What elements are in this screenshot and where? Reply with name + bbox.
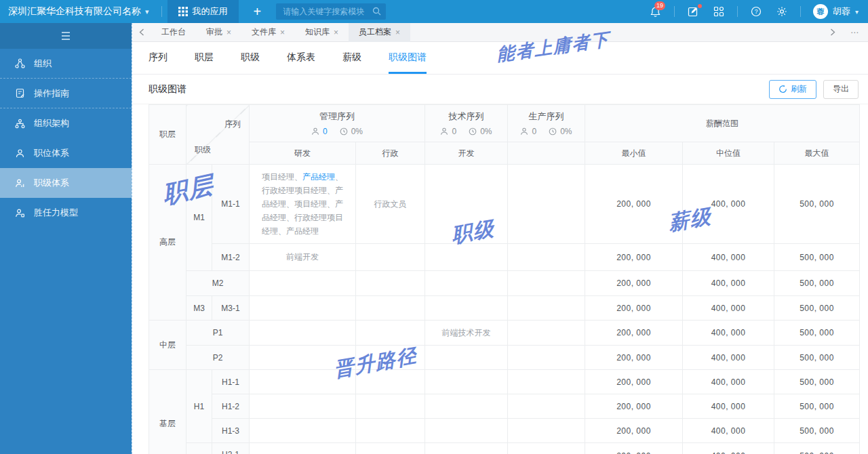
tab-workbench[interactable]: 工作台	[151, 23, 196, 42]
person-badge-icon	[15, 148, 25, 159]
empty-cell	[356, 394, 425, 419]
salary-mid-cell: 400, 000	[683, 244, 774, 271]
subtab-level-map[interactable]: 职级图谱	[389, 41, 427, 74]
header-series-level-corner: 序列 职级	[186, 105, 250, 165]
series-count: 0	[323, 127, 328, 136]
salary-max-cell: 500, 000	[774, 165, 860, 244]
tab-employee-files[interactable]: 员工档案×	[349, 23, 410, 42]
salary-min-cell: 200, 000	[585, 394, 683, 419]
header-series-management: 管理序列 0 0%	[250, 105, 425, 142]
sidebar-item-position-system[interactable]: 职位体系	[0, 138, 132, 168]
subheader-production-empty	[508, 142, 585, 165]
empty-cell	[508, 346, 585, 370]
user-menu[interactable]: 蓉 胡蓉 ▾	[806, 4, 861, 19]
tabs-more-button[interactable]: ⋯	[842, 28, 868, 37]
apps-grid-icon	[178, 7, 188, 16]
table-row: H1-3 200, 000 400, 000 500, 000	[149, 419, 860, 443]
position-link[interactable]: 产品经理	[302, 172, 335, 182]
hamburger-icon	[60, 31, 72, 41]
salary-max-cell: 500, 000	[774, 244, 860, 271]
salary-min-cell: 200, 000	[585, 346, 683, 370]
empty-cell	[356, 346, 425, 370]
close-icon[interactable]: ×	[334, 28, 338, 37]
layer-cell-middle: 中层	[149, 321, 186, 370]
salary-max-cell: 500, 000	[774, 296, 860, 321]
tab-strip: 工作台 审批× 文件库× 知识库× 员工档案× ⋯	[132, 23, 868, 42]
subtab-salary-grade[interactable]: 薪级	[342, 41, 361, 74]
salary-min-cell: 200, 000	[585, 244, 683, 271]
level-group-m3: M3	[186, 296, 212, 321]
sidebar-item-org-structure[interactable]: 组织架构	[0, 108, 132, 138]
guide-doc-icon	[15, 88, 25, 98]
help-button[interactable]: ?	[743, 0, 769, 23]
sidebar-item-level-system[interactable]: 职级体系	[0, 168, 132, 198]
salary-min-cell: 200, 000	[585, 271, 683, 296]
tab-files[interactable]: 文件库×	[241, 23, 295, 42]
close-icon[interactable]: ×	[280, 28, 285, 37]
table-row: M3 M3-1 200, 000 400, 000 500, 000	[149, 296, 860, 321]
subtab-layer[interactable]: 职层	[195, 41, 214, 74]
my-apps-label: 我的应用	[193, 5, 228, 18]
series-name: 技术序列	[425, 110, 507, 123]
top-navbar: 深圳汇聚华企科技有限公司名称 ▾ 我的应用 + 19 ? 蓉	[0, 0, 868, 23]
empty-cell	[250, 271, 356, 296]
empty-cell	[508, 271, 585, 296]
sidebar-item-organization[interactable]: 组织	[0, 49, 132, 79]
level-cell-m1-1: M1-1	[212, 165, 250, 244]
level-map-table: 职层 序列 职级 管理序列 0 0%	[149, 104, 860, 454]
workspace-button[interactable]	[706, 0, 732, 23]
table-row: H2 H2-1 200, 000 400, 000 500, 000	[149, 443, 860, 454]
clock-icon	[469, 127, 477, 136]
empty-cell	[356, 244, 425, 271]
subtab-strip: 序列 职层 职级 体系表 薪级 职级图谱	[132, 42, 868, 75]
caret-down-icon: ▾	[145, 7, 149, 16]
export-button[interactable]: 导出	[823, 80, 859, 99]
my-apps-button[interactable]: 我的应用	[167, 0, 239, 23]
layer-cell-senior: 高层	[149, 165, 186, 321]
tab-label: 工作台	[161, 26, 186, 38]
subheader-dev: 开发	[425, 142, 508, 165]
subtab-level[interactable]: 职级	[241, 41, 260, 74]
empty-cell	[508, 394, 585, 419]
tab-knowledge[interactable]: 知识库×	[295, 23, 349, 42]
header-series-production: 生产序列 0 0%	[508, 105, 585, 142]
empty-cell	[508, 443, 585, 454]
sidebar-item-guide[interactable]: 操作指南	[0, 79, 132, 108]
salary-max-cell: 500, 000	[774, 271, 860, 296]
sidebar-collapse-button[interactable]	[0, 23, 132, 49]
positions-cell: 项目经理、产品经理、行政经理项目经理、产品经理、项目经理、产品经理、行政经理项目…	[250, 165, 356, 244]
tabs-scroll-left[interactable]	[132, 28, 151, 36]
add-app-button[interactable]: +	[239, 4, 277, 20]
level-cell-h2-1: H2-1	[212, 443, 250, 454]
tab-approval[interactable]: 审批×	[196, 23, 241, 42]
salary-min-cell: 200, 000	[585, 165, 683, 244]
notifications-button[interactable]: 19	[642, 0, 669, 23]
subtab-system-table[interactable]: 体系表	[287, 41, 315, 74]
sidebar-item-label: 操作指南	[34, 87, 69, 100]
company-selector[interactable]: 深圳汇聚华企科技有限公司名称 ▾	[0, 0, 156, 23]
empty-cell	[508, 419, 585, 443]
series-stats: 0 0%	[508, 127, 585, 136]
empty-cell	[425, 394, 508, 419]
empty-cell	[356, 321, 425, 346]
empty-cell	[425, 244, 508, 271]
subheader-max: 最大值	[774, 142, 860, 165]
close-icon[interactable]: ×	[226, 28, 231, 37]
search-input[interactable]	[276, 3, 386, 20]
gear-icon	[776, 6, 787, 17]
sidebar-item-competency-model[interactable]: 胜任力模型	[0, 198, 132, 228]
settings-button[interactable]	[769, 0, 795, 23]
compose-button[interactable]	[680, 0, 706, 23]
subtab-sequence[interactable]: 序列	[149, 41, 167, 74]
level-cell-h1-2: H1-2	[212, 394, 250, 419]
close-icon[interactable]: ×	[395, 28, 400, 37]
series-count: 0	[532, 127, 536, 136]
header-series-technical: 技术序列 0 0%	[425, 105, 508, 142]
level-group-h2: H2	[186, 443, 212, 454]
refresh-button[interactable]: 刷新	[769, 80, 816, 99]
tabs-scroll-right[interactable]	[823, 28, 842, 36]
empty-cell	[425, 370, 508, 394]
salary-mid-cell: 400, 000	[683, 296, 774, 321]
main-content: 工作台 审批× 文件库× 知识库× 员工档案× ⋯ 序列 职层 职级 体系表 薪…	[132, 23, 868, 454]
table-row: M2 200, 000 400, 000 500, 000	[149, 271, 860, 296]
